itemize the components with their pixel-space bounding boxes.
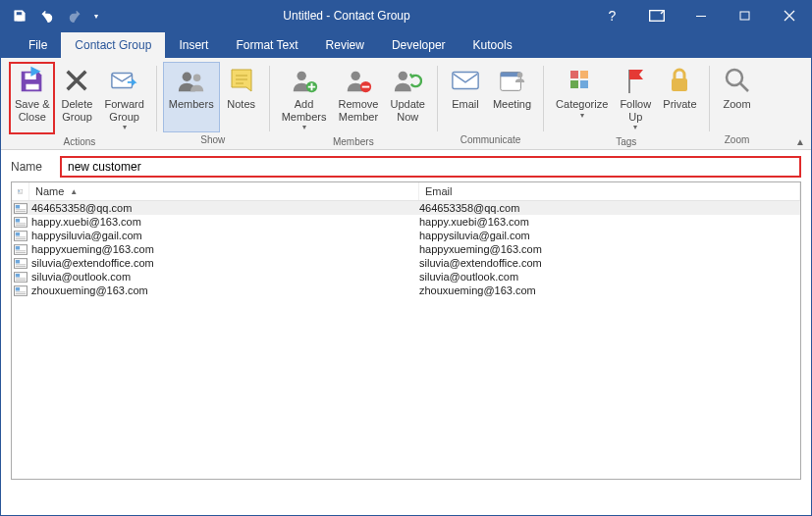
remove-member-icon (343, 65, 374, 96)
name-input[interactable] (60, 156, 801, 178)
contact-card-icon (12, 243, 29, 255)
table-row[interactable]: happy.xuebi@163.comhappy.xuebi@163.com (12, 215, 800, 229)
maximize-button[interactable] (723, 1, 767, 30)
remove-member-label: Remove Member (339, 98, 379, 123)
forward-group-button[interactable]: Forward Group ▾ (98, 62, 149, 134)
follow-up-button[interactable]: Follow Up ▾ (614, 62, 657, 134)
help-button[interactable]: ? (590, 1, 634, 30)
ribbon-group-actions: Save & Close Delete Group Forward Group … (7, 62, 152, 149)
svg-rect-38 (16, 246, 20, 250)
list-header-email[interactable]: Email (419, 182, 800, 200)
ribbon-group-zoom: Zoom Zoom (714, 62, 761, 149)
notes-button[interactable]: Notes (220, 62, 263, 132)
lock-icon (664, 65, 695, 96)
svg-rect-28 (16, 211, 27, 212)
row-email: 464653358@qq.com (419, 202, 800, 214)
svg-rect-2 (740, 12, 749, 20)
qat-undo-button[interactable] (34, 3, 60, 28)
members-icon (176, 65, 207, 96)
list-body: 464653358@qq.com464653358@qq.comhappy.xu… (12, 201, 800, 297)
card-icon (18, 186, 23, 197)
collapse-ribbon-button[interactable]: ▲ (795, 136, 805, 147)
add-members-button[interactable]: Add Members ▾ (276, 62, 333, 134)
tab-format-text[interactable]: Format Text (222, 32, 311, 58)
svg-rect-51 (16, 291, 27, 292)
svg-rect-52 (16, 293, 27, 294)
tab-insert[interactable]: Insert (165, 32, 222, 58)
row-name: happysiluvia@gail.com (29, 230, 419, 241)
svg-rect-43 (16, 264, 27, 265)
ribbon-tabs: File Contact Group Insert Format Text Re… (1, 30, 811, 58)
list-header-email-label: Email (425, 185, 453, 197)
svg-rect-39 (16, 250, 27, 251)
svg-point-14 (516, 73, 522, 78)
ribbon-options-button[interactable] (634, 1, 678, 30)
table-row[interactable]: 464653358@qq.com464653358@qq.com (12, 201, 800, 215)
meeting-label: Meeting (493, 98, 531, 111)
zoom-group-label: Zoom (716, 132, 759, 149)
table-row[interactable]: siluvia@outlook.comsiluvia@outlook.com (12, 270, 800, 284)
row-name: happy.xuebi@163.com (29, 216, 419, 228)
remove-member-button[interactable]: Remove Member (333, 62, 385, 134)
table-row[interactable]: siluvia@extendoffice.comsiluvia@extendof… (12, 256, 800, 270)
magnifier-icon (722, 65, 753, 96)
window-title: Untitled - Contact Group (103, 9, 590, 23)
qat-redo-button[interactable] (62, 3, 87, 28)
table-row[interactable]: happysiluvia@gail.comhappysiluvia@gail.c… (12, 229, 800, 242)
row-name: siluvia@extendoffice.com (29, 257, 419, 269)
minimize-button[interactable] (678, 1, 723, 30)
add-members-icon (289, 65, 320, 96)
members-button[interactable]: Members (163, 62, 220, 132)
save-close-button[interactable]: Save & Close (9, 62, 55, 134)
list-header-name-label: Name (35, 185, 64, 197)
svg-point-5 (193, 74, 201, 81)
flag-icon (620, 65, 651, 96)
tab-file[interactable]: File (15, 32, 61, 58)
svg-rect-30 (16, 219, 20, 223)
svg-rect-22 (19, 190, 21, 191)
qat-customize-dropdown[interactable]: ▾ (89, 3, 103, 28)
delete-group-button[interactable]: Delete Group (55, 62, 98, 134)
table-row[interactable]: zhouxueming@163.comzhouxueming@163.com (12, 284, 800, 297)
tags-group-label: Tags (550, 134, 702, 151)
categorize-button[interactable]: Categorize ▾ (550, 62, 614, 134)
sort-asc-icon: ▲ (70, 187, 78, 196)
ribbon-group-show: Members Notes Show (161, 62, 265, 149)
row-name: 464653358@qq.com (29, 202, 419, 214)
communicate-group-label: Communicate (444, 132, 537, 149)
qat-save-button[interactable] (7, 3, 32, 28)
update-now-button[interactable]: Update Now (384, 62, 430, 134)
svg-rect-36 (16, 238, 27, 239)
close-button[interactable] (767, 1, 811, 30)
email-button[interactable]: Email (444, 62, 487, 132)
chevron-down-icon: ▾ (123, 123, 127, 131)
table-row[interactable]: happyxueming@163.comhappyxueming@163.com (12, 242, 800, 256)
svg-point-8 (351, 72, 359, 80)
name-field-row: Name (1, 150, 811, 181)
update-now-label: Update Now (390, 98, 424, 123)
svg-rect-15 (570, 71, 578, 78)
svg-rect-48 (16, 280, 27, 281)
zoom-button[interactable]: Zoom (716, 62, 759, 132)
meeting-button[interactable]: Meeting (487, 62, 537, 132)
notes-icon (226, 65, 257, 96)
tab-contact-group[interactable]: Contact Group (61, 32, 165, 58)
svg-point-6 (297, 72, 305, 80)
tab-kutools[interactable]: Kutools (460, 32, 526, 58)
ribbon-group-members: Add Members ▾ Remove Member Update Now M… (274, 62, 433, 149)
tab-developer[interactable]: Developer (378, 32, 460, 58)
ribbon-group-tags: Categorize ▾ Follow Up ▾ Private (548, 62, 704, 149)
svg-rect-50 (16, 287, 20, 291)
list-header-icon-col[interactable] (12, 182, 29, 200)
update-now-icon (392, 65, 423, 96)
svg-rect-26 (16, 205, 20, 209)
list-header-name[interactable]: Name ▲ (29, 182, 419, 200)
titlebar: ▾ Untitled - Contact Group ? (1, 1, 811, 30)
contact-card-icon (12, 216, 29, 228)
actions-group-label: Actions (9, 134, 150, 151)
svg-rect-3 (112, 74, 133, 88)
private-button[interactable]: Private (657, 62, 702, 134)
chevron-down-icon: ▾ (302, 123, 306, 131)
tab-review[interactable]: Review (312, 32, 378, 58)
members-label: Members (169, 98, 214, 111)
